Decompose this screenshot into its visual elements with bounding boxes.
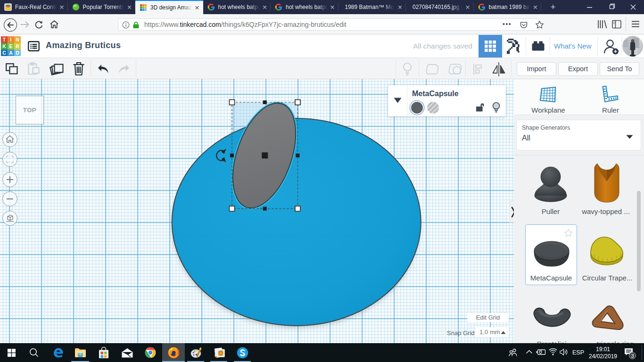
svg-text:3: 3	[631, 353, 634, 359]
